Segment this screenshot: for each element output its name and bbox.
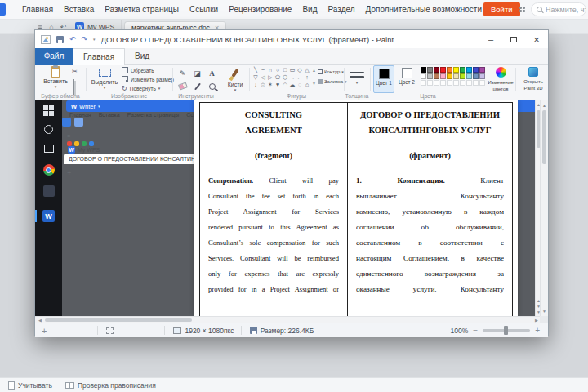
paint-title-bar[interactable]: ↶ ↷ ▾ ДОГОВОР О ПРЕДОСТАВЛЕНИИ КОНСАЛТИН…	[35, 30, 548, 48]
palette-color[interactable]	[479, 67, 485, 73]
scrollbar-thumb[interactable]	[542, 110, 546, 164]
palette-empty-slot[interactable]	[460, 80, 466, 86]
quick-access-caret-icon[interactable]: ▾	[93, 38, 96, 42]
minimize-button[interactable]: –	[479, 30, 502, 48]
palette-color[interactable]	[466, 67, 472, 73]
palette-color[interactable]	[440, 74, 446, 79]
palette-empty-slot[interactable]	[466, 80, 472, 86]
palette-color[interactable]	[473, 67, 479, 73]
wps-window-logo[interactable]	[0, 3, 6, 16]
save-icon[interactable]	[56, 36, 64, 43]
zoom-in-icon[interactable]: +	[535, 326, 540, 335]
palette-empty-slot[interactable]	[427, 80, 433, 86]
scroll-up-icon[interactable]: ▲	[541, 103, 548, 108]
paste-button[interactable]: Вставить ▾	[42, 66, 69, 89]
color-picker-tool[interactable]	[190, 80, 204, 92]
shape-icon[interactable]: ♥	[274, 82, 281, 88]
palette-color[interactable]	[421, 67, 426, 73]
ribbon-tab-references[interactable]: Ссылки	[189, 5, 218, 14]
scrollbar-thumb[interactable]	[45, 318, 192, 322]
palette-color[interactable]	[434, 74, 439, 79]
paint-tab-view[interactable]: Вид	[125, 48, 159, 65]
brushes-button[interactable]: Кисти ▾	[221, 67, 249, 92]
shape-icon[interactable]: ←	[296, 74, 303, 81]
paint-canvas[interactable]: W W Writer ▾ Главная Вставка	[35, 100, 548, 323]
palette-color[interactable]	[453, 74, 459, 79]
palette-color[interactable]	[447, 74, 452, 79]
palette-color[interactable]	[460, 74, 466, 79]
undo-icon[interactable]: ↶	[69, 35, 76, 43]
shape-icon[interactable]: ◁	[260, 74, 266, 81]
maximize-button[interactable]	[502, 30, 525, 48]
shape-icon[interactable]: ∩	[267, 67, 274, 74]
palette-empty-slot[interactable]	[447, 80, 452, 86]
ribbon-tab-insert[interactable]: Вставка	[64, 5, 94, 14]
open-paint3d-button[interactable]: Открыть Paint 3D	[519, 67, 548, 91]
shape-icon[interactable]: →	[289, 74, 296, 81]
palette-empty-slot[interactable]	[473, 80, 479, 86]
ribbon-tab-page-layout[interactable]: Разметка страницы	[105, 5, 179, 14]
shapes-scroll-up-icon[interactable]: ▲	[312, 68, 316, 73]
eraser-tool[interactable]	[176, 80, 189, 92]
shape-icon[interactable]: ▽	[252, 74, 259, 81]
shape-icon[interactable]: ○	[274, 67, 281, 74]
ribbon-tab-section[interactable]: Раздел	[327, 5, 354, 14]
edit-colors-button[interactable]: Изменение цветов	[488, 67, 514, 92]
paint-tab-home[interactable]: Главная	[73, 48, 125, 65]
ribbon-tab-home[interactable]: Главная	[22, 5, 53, 14]
palette-empty-slot[interactable]	[434, 80, 439, 86]
close-button[interactable]: ×	[525, 30, 548, 48]
palette-color[interactable]	[479, 74, 485, 79]
shape-icon[interactable]: □	[282, 67, 288, 74]
palette-empty-slot[interactable]	[421, 80, 426, 86]
apps-grid-icon[interactable]	[519, 7, 525, 12]
status-item-spellcheck[interactable]: Проверка правописания	[65, 381, 156, 390]
global-search-box[interactable]: Нажмите, чтоб	[531, 2, 586, 16]
shape-icon[interactable]: ⬡	[282, 74, 288, 81]
canvas-hscrollbar[interactable]: ◀ ▶	[35, 316, 541, 323]
shape-icon[interactable]: ╲	[252, 67, 259, 74]
color1-button[interactable]: Цвет 1	[373, 65, 394, 93]
zoom-slider[interactable]	[483, 329, 530, 332]
cut-button[interactable]: ✂	[72, 68, 78, 75]
shape-icon[interactable]: ⬠	[274, 74, 281, 81]
palette-color[interactable]	[440, 67, 446, 73]
redo-icon[interactable]: ↷	[82, 35, 88, 43]
scroll-down-icon[interactable]: ▼	[541, 309, 548, 314]
rotate-button[interactable]: ↻ Повернуть ▾	[122, 85, 160, 92]
palette-color[interactable]	[453, 67, 459, 73]
magnifier-tool[interactable]	[205, 80, 219, 92]
shape-icon[interactable]: ↓	[252, 82, 259, 88]
shape-icon[interactable]: ◇	[296, 67, 303, 74]
ribbon-tab-extras[interactable]: Дополнительные возможности	[366, 5, 482, 14]
login-button[interactable]: Войти	[483, 2, 520, 16]
crop-button[interactable]: Обрезать	[122, 67, 154, 74]
resize-button[interactable]: Изменить размер	[122, 76, 174, 82]
shape-icon[interactable]: ✶	[267, 82, 274, 88]
shape-icon[interactable]: ~	[260, 67, 266, 74]
shape-icon[interactable]: ☆	[260, 82, 266, 88]
palette-color[interactable]	[427, 67, 433, 73]
palette-color[interactable]	[473, 74, 479, 79]
text-tool[interactable]: A	[205, 67, 219, 79]
zoom-slider-thumb[interactable]	[504, 326, 508, 335]
status-item-track[interactable]: Учитывать	[8, 381, 52, 390]
outline-button[interactable]: Контур ▾	[318, 69, 344, 74]
shape-icon[interactable]: ⌂	[304, 82, 310, 88]
palette-color[interactable]	[434, 67, 439, 73]
zoom-out-icon[interactable]: −	[473, 326, 478, 335]
shape-icon[interactable]: ☁	[289, 82, 296, 88]
ribbon-tab-view[interactable]: Вид	[302, 5, 317, 14]
palette-color[interactable]	[466, 74, 472, 79]
size-button[interactable]: ▾	[345, 69, 368, 85]
shape-icon[interactable]: ◠	[282, 82, 288, 88]
pencil-tool[interactable]: ✎	[176, 67, 189, 79]
shape-icon[interactable]: ◌	[296, 82, 303, 88]
palette-empty-slot[interactable]	[453, 80, 459, 86]
ribbon-tab-review[interactable]: Рецензирование	[229, 5, 292, 14]
paint-file-menu[interactable]: Файл	[35, 48, 73, 65]
shape-icon[interactable]: ↑	[304, 74, 310, 81]
fill-tool[interactable]: ◪	[190, 67, 204, 79]
palette-color[interactable]	[447, 67, 452, 73]
shape-icon[interactable]: ▭	[289, 67, 296, 74]
